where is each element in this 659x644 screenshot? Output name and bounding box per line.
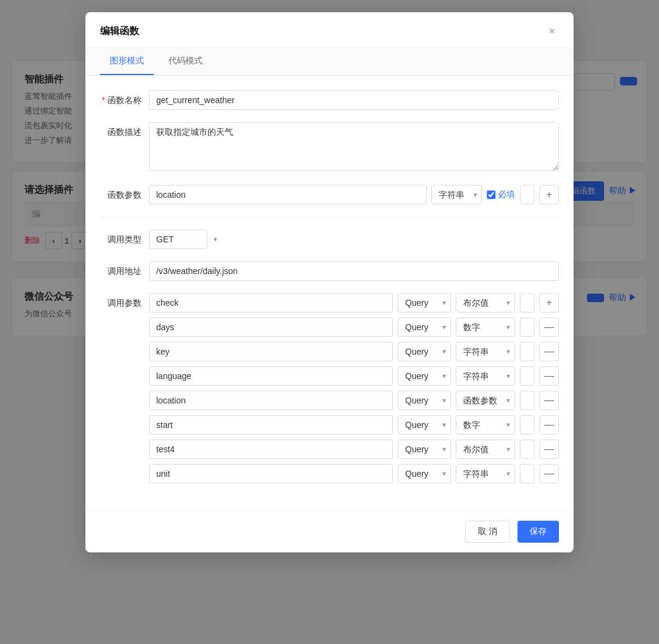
call-param-remove-btn-2[interactable]: — [539,342,559,361]
func-param-add-btn[interactable]: + [539,185,559,204]
func-name-row: 函数名称 [100,90,559,110]
call-param-row-7: QueryHeaderPathBody 字符串数字布尔值函数参数 — [149,464,559,483]
call-param-remove-btn-5[interactable]: — [539,415,559,435]
call-param-row-3: QueryHeaderPathBody 字符串数字布尔值函数参数 — [149,366,559,386]
call-param-name-5[interactable] [149,415,393,435]
call-param-vtype-wrapper-6: 字符串数字布尔值函数参数 [456,440,515,459]
call-param-name-7[interactable] [149,464,393,483]
call-param-vtype-wrapper-4: 字符串数字布尔值函数参数 [456,391,515,410]
func-params-row: 函数参数 字符串 数字 布尔值 [100,185,559,204]
call-param-vtype-select-1[interactable]: 字符串数字布尔值函数参数 [456,317,515,337]
call-param-value-5[interactable] [520,415,535,435]
call-params-container: QueryHeaderPathBody 字符串数字布尔值函数参数 + [149,293,559,483]
call-param-remove-btn-1[interactable]: — [539,317,559,337]
dialog-tabs: 图形模式 代码模式 [85,48,574,76]
call-type-row: 调用类型 GET POST PUT DELETE [100,230,559,249]
func-desc-control: 获取指定城市的天气 [149,122,559,173]
call-param-pos-select-4[interactable]: QueryHeaderPathBody [398,391,451,410]
tab-code-mode[interactable]: 代码模式 [159,48,212,75]
call-param-remove-btn-7[interactable]: — [539,464,559,483]
func-param-required-wrapper-0: 必填 [487,189,515,200]
call-param-remove-btn-3[interactable]: — [539,366,559,386]
func-param-row-0: 字符串 数字 布尔值 必填 + [149,185,559,204]
call-param-vtype-wrapper-7: 字符串数字布尔值函数参数 [456,464,515,483]
func-desc-label: 函数描述 [100,122,149,138]
func-params-label: 函数参数 [100,185,149,201]
call-param-vtype-wrapper-5: 字符串数字布尔值函数参数 [456,415,515,435]
func-param-placeholder-0[interactable] [520,185,535,204]
call-param-pos-select-5[interactable]: QueryHeaderPathBody [398,415,451,435]
call-param-pos-wrapper-5: QueryHeaderPathBody [398,415,451,435]
call-url-row: 调用地址 [100,261,559,281]
call-param-add-btn-0[interactable]: + [539,293,559,313]
func-param-type-wrapper-0: 字符串 数字 布尔值 [431,185,482,204]
call-param-vtype-select-0[interactable]: 字符串数字布尔值函数参数 [456,293,515,313]
call-param-value-4[interactable] [520,391,535,410]
func-param-required-label-0: 必填 [498,189,515,200]
call-params-label: 调用参数 [100,293,149,309]
call-param-row-1: QueryHeaderPathBody 字符串数字布尔值函数参数 — [149,317,559,337]
call-param-value-2[interactable] [520,342,535,361]
func-param-type-select-0[interactable]: 字符串 数字 布尔值 [431,185,482,204]
call-param-vtype-select-4[interactable]: 字符串数字布尔值函数参数 [456,391,515,410]
call-param-vtype-select-3[interactable]: 字符串数字布尔值函数参数 [456,366,515,386]
call-param-name-2[interactable] [149,342,393,361]
call-param-pos-wrapper-3: QueryHeaderPathBody [398,366,451,386]
call-param-value-1[interactable] [520,317,535,337]
func-desc-textarea[interactable]: 获取指定城市的天气 [149,122,559,171]
call-type-label: 调用类型 [100,230,149,245]
call-url-input[interactable] [149,261,559,281]
func-name-input[interactable] [149,90,559,110]
close-button[interactable]: × [545,24,559,38]
call-param-row-4: QueryHeaderPathBody 字符串数字布尔值函数参数 — [149,391,559,410]
call-param-pos-select-0[interactable]: QueryHeaderPathBody [398,293,451,313]
call-type-control: GET POST PUT DELETE [149,230,559,249]
cancel-button[interactable]: 取 消 [465,521,510,543]
call-param-pos-select-2[interactable]: QueryHeaderPathBody [398,342,451,361]
call-param-remove-btn-6[interactable]: — [539,440,559,459]
section-divider [100,217,559,217]
call-url-label: 调用地址 [100,261,149,277]
call-param-pos-select-3[interactable]: QueryHeaderPathBody [398,366,451,386]
call-param-pos-select-6[interactable]: QueryHeaderPathBody [398,440,451,459]
save-button[interactable]: 保存 [517,521,559,543]
call-param-value-0[interactable] [520,293,535,313]
tab-graphic-mode[interactable]: 图形模式 [100,48,154,75]
call-type-wrapper: GET POST PUT DELETE [149,230,222,249]
call-param-name-6[interactable] [149,440,393,459]
call-url-control [149,261,559,281]
call-param-pos-select-7[interactable]: QueryHeaderPathBody [398,464,451,483]
call-param-row-5: QueryHeaderPathBody 字符串数字布尔值函数参数 — [149,415,559,435]
func-name-control [149,90,559,110]
call-param-pos-wrapper-7: QueryHeaderPathBody [398,464,451,483]
call-params-row: 调用参数 QueryHeaderPathBody [100,293,559,483]
call-param-name-4[interactable] [149,391,393,410]
call-param-name-1[interactable] [149,317,393,337]
call-param-name-0[interactable] [149,293,393,313]
call-param-value-7[interactable] [520,464,535,483]
call-param-pos-wrapper-6: QueryHeaderPathBody [398,440,451,459]
call-param-vtype-wrapper-3: 字符串数字布尔值函数参数 [456,366,515,386]
call-param-value-3[interactable] [520,366,535,386]
dialog-header: 编辑函数 × [85,12,574,48]
call-param-remove-btn-4[interactable]: — [539,391,559,410]
func-params-control: 字符串 数字 布尔值 必填 + [149,185,559,204]
call-param-name-3[interactable] [149,366,393,386]
func-desc-row: 函数描述 获取指定城市的天气 [100,122,559,173]
dialog-title: 编辑函数 [100,25,139,38]
call-param-vtype-select-2[interactable]: 字符串数字布尔值函数参数 [456,342,515,361]
call-param-pos-select-1[interactable]: QueryHeaderPathBody [398,317,451,337]
call-param-vtype-select-5[interactable]: 字符串数字布尔值函数参数 [456,415,515,435]
call-param-row-2: QueryHeaderPathBody 字符串数字布尔值函数参数 — [149,342,559,361]
func-param-name-0[interactable] [149,185,427,204]
call-param-pos-wrapper-2: QueryHeaderPathBody [398,342,451,361]
func-param-required-checkbox-0[interactable] [487,190,495,199]
call-param-value-6[interactable] [520,440,535,459]
call-param-pos-wrapper-1: QueryHeaderPathBody [398,317,451,337]
call-param-vtype-select-7[interactable]: 字符串数字布尔值函数参数 [456,464,515,483]
call-param-vtype-wrapper-1: 字符串数字布尔值函数参数 [456,317,515,337]
modal-overlay: 编辑函数 × 图形模式 代码模式 函数名称 函数描述 获取指定城市的天气 [0,0,659,644]
call-param-vtype-wrapper-2: 字符串数字布尔值函数参数 [456,342,515,361]
call-type-select[interactable]: GET POST PUT DELETE [149,230,207,249]
call-param-vtype-select-6[interactable]: 字符串数字布尔值函数参数 [456,440,515,459]
